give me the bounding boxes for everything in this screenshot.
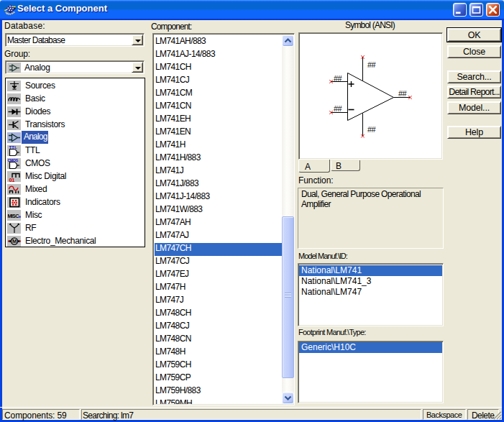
svg-text:##: ## xyxy=(334,104,343,113)
svg-text:##: ## xyxy=(367,125,377,134)
svg-text:##: ## xyxy=(334,74,343,83)
svg-text:M: M xyxy=(12,238,17,244)
svg-text:01: 01 xyxy=(9,176,15,182)
svg-text:##: ## xyxy=(367,60,377,69)
svg-text:MISC: MISC xyxy=(8,212,19,219)
svg-text:##: ## xyxy=(398,89,408,98)
